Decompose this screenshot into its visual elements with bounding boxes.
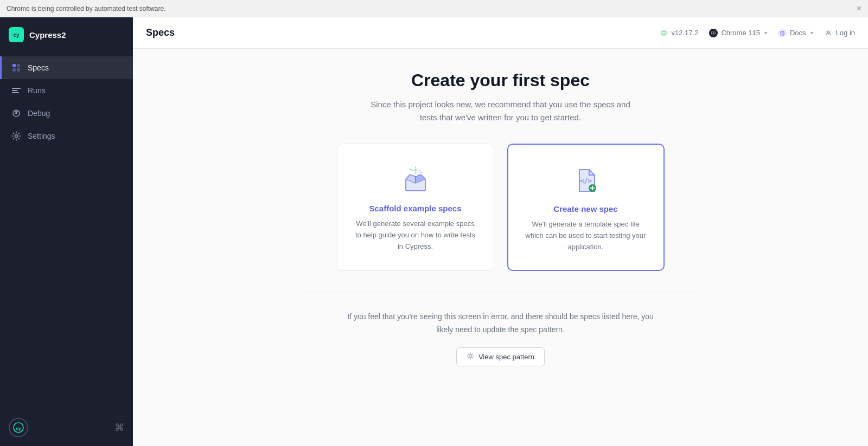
docs-icon: [778, 29, 787, 37]
login-label: Log in: [836, 29, 855, 37]
svg-text:cy: cy: [16, 426, 21, 431]
app-container: cy Cypress2 Specs: [0, 17, 868, 446]
browser-chevron-icon: ▾: [764, 30, 767, 36]
sidebar-item-debug-label: Debug: [28, 109, 50, 118]
docs-action[interactable]: Docs ▾: [778, 29, 813, 37]
browser-action[interactable]: Chrome 115 ▾: [709, 29, 767, 37]
specs-icon: [11, 63, 21, 73]
sidebar-item-specs-label: Specs: [28, 63, 49, 72]
login-action[interactable]: Log in: [824, 29, 855, 37]
sidebar-header: cy Cypress2: [0, 17, 133, 52]
create-card-desc: We'll generate a template spec file whic…: [524, 219, 648, 253]
main-heading: Create your first spec: [411, 70, 590, 91]
browser-icon: [709, 29, 718, 37]
sidebar-item-settings-label: Settings: [28, 132, 55, 140]
content-center: Create your first spec Since this projec…: [305, 70, 696, 366]
svg-point-27: [420, 172, 421, 173]
svg-point-22: [414, 169, 417, 171]
svg-rect-3: [17, 64, 20, 67]
runs-icon: [11, 86, 21, 95]
topbar: Specs ✓ v12.17.2: [133, 17, 868, 49]
svg-rect-2: [12, 64, 16, 67]
topbar-actions: ✓ v12.17.2 Chrome 115 ▾: [660, 29, 855, 37]
svg-point-11: [15, 135, 18, 138]
browser-label: Chrome 115: [721, 29, 760, 37]
scaffold-specs-card[interactable]: Scaffold example specs We'll generate se…: [337, 144, 494, 271]
svg-point-33: [469, 354, 471, 357]
debug-icon: [11, 108, 21, 118]
create-card-title: Create new spec: [553, 204, 617, 214]
close-browser-bar-button[interactable]: ×: [857, 4, 861, 14]
sidebar-nav: Specs Runs: [0, 52, 133, 409]
cypress-logo: cy: [9, 418, 28, 437]
create-spec-card[interactable]: </> Create new spec We'll generate a tem…: [507, 144, 665, 271]
section-divider: [305, 293, 696, 293]
svg-text:</>: </>: [580, 177, 592, 185]
main-subtext: Since this project looks new, we recomme…: [371, 98, 630, 124]
gear-icon: [467, 352, 474, 361]
cards-row: Scaffold example specs We'll generate se…: [305, 144, 696, 271]
svg-text:cy: cy: [13, 32, 20, 38]
app-logo: cy: [9, 27, 24, 42]
view-spec-pattern-label: View spec pattern: [478, 353, 534, 361]
svg-point-28: [410, 169, 411, 170]
version-action[interactable]: ✓ v12.17.2: [660, 29, 699, 37]
docs-label: Docs: [790, 29, 806, 37]
content-area: Create your first spec Since this projec…: [133, 49, 868, 446]
login-icon: [824, 29, 833, 37]
create-spec-icon: </>: [570, 164, 602, 197]
docs-chevron-icon: ▾: [810, 30, 813, 36]
svg-point-10: [15, 112, 17, 114]
keyboard-shortcut-icon[interactable]: ⌘: [114, 422, 124, 434]
scaffold-card-desc: We'll generate several example specs to …: [353, 218, 478, 252]
app-name: Cypress2: [29, 30, 66, 40]
sidebar-item-runs-label: Runs: [28, 86, 46, 95]
error-section: If you feel that you're seeing this scre…: [347, 311, 654, 337]
settings-icon: [11, 131, 21, 141]
svg-rect-5: [17, 68, 20, 72]
sidebar-item-runs[interactable]: Runs: [0, 79, 133, 102]
error-text: If you feel that you're seeing this scre…: [347, 311, 654, 337]
page-title: Specs: [146, 27, 175, 38]
browser-notice: Chrome is being controlled by automated …: [7, 5, 165, 12]
view-spec-pattern-button[interactable]: View spec pattern: [456, 347, 545, 366]
svg-text:✓: ✓: [663, 31, 665, 35]
sidebar-item-settings[interactable]: Settings: [0, 125, 133, 147]
sidebar-footer: cy ⌘: [0, 409, 133, 446]
svg-rect-4: [12, 68, 16, 72]
svg-point-17: [713, 32, 714, 34]
scaffold-icon: [399, 164, 432, 196]
sidebar: cy Cypress2 Specs: [0, 17, 133, 446]
scaffold-card-title: Scaffold example specs: [369, 204, 461, 213]
sidebar-item-debug[interactable]: Debug: [0, 102, 133, 125]
version-icon: ✓: [660, 29, 668, 37]
browser-bar: Chrome is being controlled by automated …: [0, 0, 868, 17]
main-content: Specs ✓ v12.17.2: [133, 17, 868, 446]
version-label: v12.17.2: [672, 29, 699, 37]
sidebar-item-specs[interactable]: Specs: [0, 56, 133, 79]
